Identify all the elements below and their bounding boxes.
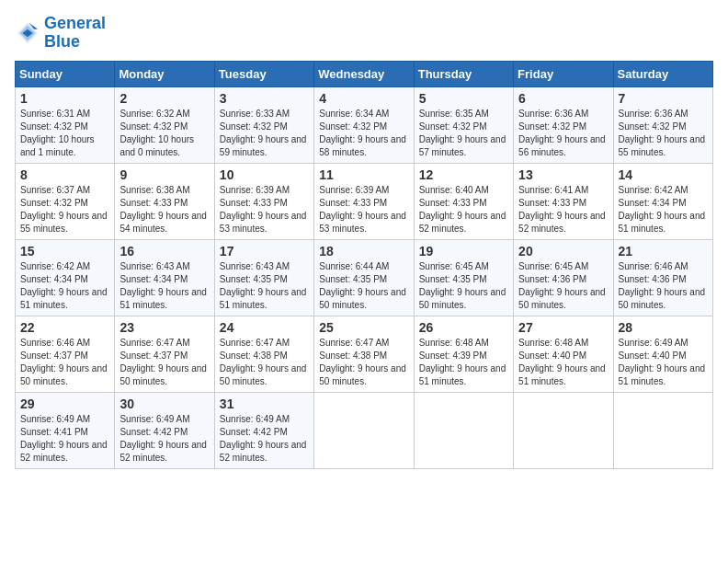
calendar-cell: 8 Sunrise: 6:37 AMSunset: 4:32 PMDayligh… bbox=[16, 163, 115, 239]
calendar-cell: 25 Sunrise: 6:47 AMSunset: 4:38 PMDaylig… bbox=[314, 316, 414, 392]
calendar-cell bbox=[613, 392, 712, 468]
calendar-cell bbox=[414, 392, 513, 468]
day-number: 26 bbox=[419, 320, 508, 335]
day-number: 18 bbox=[319, 244, 408, 259]
calendar-week-4: 22 Sunrise: 6:46 AMSunset: 4:37 PMDaylig… bbox=[16, 316, 713, 392]
calendar-cell: 23 Sunrise: 6:47 AMSunset: 4:37 PMDaylig… bbox=[115, 316, 214, 392]
calendar-cell: 10 Sunrise: 6:39 AMSunset: 4:33 PMDaylig… bbox=[214, 163, 313, 239]
calendar-cell: 4 Sunrise: 6:34 AMSunset: 4:32 PMDayligh… bbox=[314, 86, 414, 163]
day-number: 22 bbox=[20, 320, 109, 335]
day-info: Sunrise: 6:49 AMSunset: 4:42 PMDaylight:… bbox=[119, 413, 209, 465]
calendar-cell: 6 Sunrise: 6:36 AMSunset: 4:32 PMDayligh… bbox=[514, 86, 613, 163]
calendar-cell: 3 Sunrise: 6:33 AMSunset: 4:32 PMDayligh… bbox=[214, 86, 313, 163]
day-number: 14 bbox=[619, 167, 708, 182]
day-info: Sunrise: 6:36 AMSunset: 4:32 PMDaylight:… bbox=[619, 108, 708, 159]
day-info: Sunrise: 6:42 AMSunset: 4:34 PMDaylight:… bbox=[20, 260, 109, 312]
calendar-cell: 5 Sunrise: 6:35 AMSunset: 4:32 PMDayligh… bbox=[414, 86, 513, 163]
calendar-cell: 2 Sunrise: 6:32 AMSunset: 4:32 PMDayligh… bbox=[115, 86, 214, 163]
calendar-cell: 26 Sunrise: 6:48 AMSunset: 4:39 PMDaylig… bbox=[414, 316, 513, 392]
calendar-cell: 31 Sunrise: 6:49 AMSunset: 4:42 PMDaylig… bbox=[214, 392, 313, 468]
calendar-cell: 29 Sunrise: 6:49 AMSunset: 4:41 PMDaylig… bbox=[16, 392, 115, 468]
day-info: Sunrise: 6:42 AMSunset: 4:34 PMDaylight:… bbox=[619, 184, 708, 236]
day-info: Sunrise: 6:47 AMSunset: 4:37 PMDaylight:… bbox=[119, 337, 209, 388]
day-number: 4 bbox=[319, 91, 408, 106]
day-number: 9 bbox=[119, 167, 209, 182]
calendar-cell: 16 Sunrise: 6:43 AMSunset: 4:34 PMDaylig… bbox=[115, 239, 214, 316]
calendar-cell: 12 Sunrise: 6:40 AMSunset: 4:33 PMDaylig… bbox=[414, 163, 513, 239]
day-number: 20 bbox=[518, 244, 608, 259]
calendar-cell: 20 Sunrise: 6:45 AMSunset: 4:36 PMDaylig… bbox=[514, 239, 613, 316]
calendar-cell bbox=[514, 392, 613, 468]
day-info: Sunrise: 6:35 AMSunset: 4:32 PMDaylight:… bbox=[419, 108, 508, 159]
calendar-cell: 27 Sunrise: 6:48 AMSunset: 4:40 PMDaylig… bbox=[514, 316, 613, 392]
day-info: Sunrise: 6:39 AMSunset: 4:33 PMDaylight:… bbox=[220, 184, 309, 236]
day-number: 3 bbox=[220, 91, 309, 106]
day-number: 11 bbox=[319, 167, 408, 182]
calendar-cell: 22 Sunrise: 6:46 AMSunset: 4:37 PMDaylig… bbox=[16, 316, 115, 392]
day-number: 5 bbox=[419, 91, 508, 106]
day-info: Sunrise: 6:32 AMSunset: 4:32 PMDaylight:… bbox=[119, 108, 209, 159]
day-info: Sunrise: 6:45 AMSunset: 4:36 PMDaylight:… bbox=[518, 260, 608, 312]
calendar-cell: 9 Sunrise: 6:38 AMSunset: 4:33 PMDayligh… bbox=[115, 163, 214, 239]
day-number: 27 bbox=[518, 320, 608, 335]
day-number: 29 bbox=[20, 396, 109, 411]
day-info: Sunrise: 6:49 AMSunset: 4:41 PMDaylight:… bbox=[20, 413, 109, 465]
header-saturday: Saturday bbox=[613, 61, 712, 86]
day-info: Sunrise: 6:43 AMSunset: 4:35 PMDaylight:… bbox=[220, 260, 309, 312]
calendar-cell bbox=[314, 392, 414, 468]
day-number: 8 bbox=[20, 167, 109, 182]
day-info: Sunrise: 6:39 AMSunset: 4:33 PMDaylight:… bbox=[319, 184, 408, 236]
calendar-table: SundayMondayTuesdayWednesdayThursdayFrid… bbox=[15, 61, 713, 469]
logo: General Blue bbox=[15, 15, 106, 52]
header-wednesday: Wednesday bbox=[314, 61, 414, 86]
day-number: 17 bbox=[220, 244, 309, 259]
day-info: Sunrise: 6:49 AMSunset: 4:40 PMDaylight:… bbox=[619, 337, 708, 388]
day-number: 1 bbox=[20, 91, 109, 106]
calendar-cell: 7 Sunrise: 6:36 AMSunset: 4:32 PMDayligh… bbox=[613, 86, 712, 163]
header-monday: Monday bbox=[115, 61, 214, 86]
calendar-cell: 1 Sunrise: 6:31 AMSunset: 4:32 PMDayligh… bbox=[16, 86, 115, 163]
calendar-week-3: 15 Sunrise: 6:42 AMSunset: 4:34 PMDaylig… bbox=[16, 239, 713, 316]
day-number: 7 bbox=[619, 91, 708, 106]
header: General Blue bbox=[15, 15, 713, 52]
header-tuesday: Tuesday bbox=[214, 61, 313, 86]
day-number: 12 bbox=[419, 167, 508, 182]
day-info: Sunrise: 6:43 AMSunset: 4:34 PMDaylight:… bbox=[119, 260, 209, 312]
day-number: 13 bbox=[518, 167, 608, 182]
header-sunday: Sunday bbox=[16, 61, 115, 86]
header-friday: Friday bbox=[514, 61, 613, 86]
calendar-week-2: 8 Sunrise: 6:37 AMSunset: 4:32 PMDayligh… bbox=[16, 163, 713, 239]
calendar-week-1: 1 Sunrise: 6:31 AMSunset: 4:32 PMDayligh… bbox=[16, 86, 713, 163]
day-info: Sunrise: 6:31 AMSunset: 4:32 PMDaylight:… bbox=[20, 108, 109, 159]
day-number: 23 bbox=[119, 320, 209, 335]
calendar-cell: 11 Sunrise: 6:39 AMSunset: 4:33 PMDaylig… bbox=[314, 163, 414, 239]
day-info: Sunrise: 6:47 AMSunset: 4:38 PMDaylight:… bbox=[319, 337, 408, 388]
day-info: Sunrise: 6:46 AMSunset: 4:36 PMDaylight:… bbox=[619, 260, 708, 312]
header-thursday: Thursday bbox=[414, 61, 513, 86]
day-number: 6 bbox=[518, 91, 608, 106]
day-info: Sunrise: 6:37 AMSunset: 4:32 PMDaylight:… bbox=[20, 184, 109, 236]
day-number: 10 bbox=[220, 167, 309, 182]
logo-text: General Blue bbox=[44, 15, 106, 52]
day-info: Sunrise: 6:48 AMSunset: 4:40 PMDaylight:… bbox=[518, 337, 608, 388]
calendar-cell: 24 Sunrise: 6:47 AMSunset: 4:38 PMDaylig… bbox=[214, 316, 313, 392]
calendar-cell: 15 Sunrise: 6:42 AMSunset: 4:34 PMDaylig… bbox=[16, 239, 115, 316]
calendar-cell: 30 Sunrise: 6:49 AMSunset: 4:42 PMDaylig… bbox=[115, 392, 214, 468]
day-number: 24 bbox=[220, 320, 309, 335]
day-info: Sunrise: 6:47 AMSunset: 4:38 PMDaylight:… bbox=[220, 337, 309, 388]
day-number: 19 bbox=[419, 244, 508, 259]
day-number: 31 bbox=[220, 396, 309, 411]
day-info: Sunrise: 6:40 AMSunset: 4:33 PMDaylight:… bbox=[419, 184, 508, 236]
day-info: Sunrise: 6:44 AMSunset: 4:35 PMDaylight:… bbox=[319, 260, 408, 312]
calendar-cell: 28 Sunrise: 6:49 AMSunset: 4:40 PMDaylig… bbox=[613, 316, 712, 392]
logo-icon bbox=[15, 20, 40, 46]
calendar-week-5: 29 Sunrise: 6:49 AMSunset: 4:41 PMDaylig… bbox=[16, 392, 713, 468]
calendar-header-row: SundayMondayTuesdayWednesdayThursdayFrid… bbox=[16, 61, 713, 86]
day-info: Sunrise: 6:46 AMSunset: 4:37 PMDaylight:… bbox=[20, 337, 109, 388]
calendar-cell: 13 Sunrise: 6:41 AMSunset: 4:33 PMDaylig… bbox=[514, 163, 613, 239]
day-number: 16 bbox=[119, 244, 209, 259]
calendar-cell: 19 Sunrise: 6:45 AMSunset: 4:35 PMDaylig… bbox=[414, 239, 513, 316]
calendar-cell: 17 Sunrise: 6:43 AMSunset: 4:35 PMDaylig… bbox=[214, 239, 313, 316]
day-info: Sunrise: 6:33 AMSunset: 4:32 PMDaylight:… bbox=[220, 108, 309, 159]
day-info: Sunrise: 6:41 AMSunset: 4:33 PMDaylight:… bbox=[518, 184, 608, 236]
